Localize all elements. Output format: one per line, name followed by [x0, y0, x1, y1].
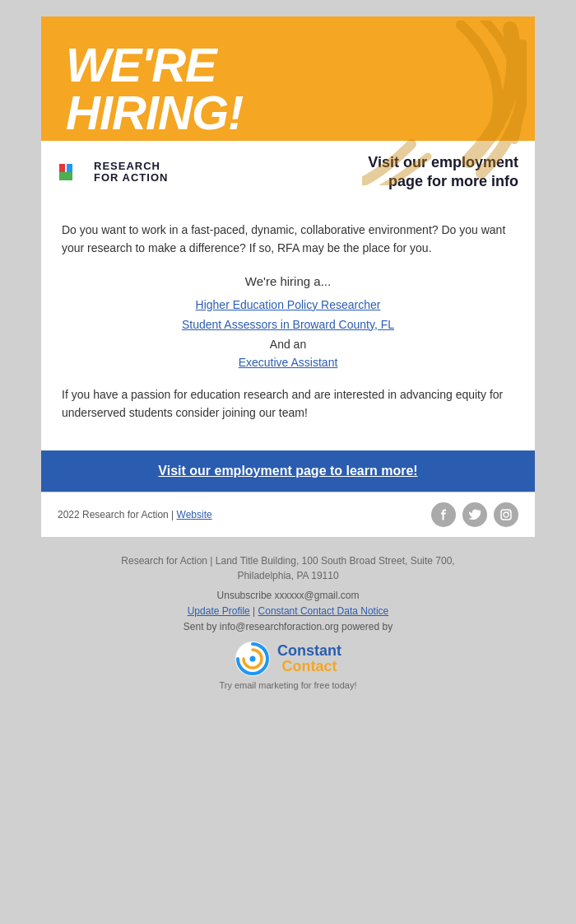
- social-icons: [431, 502, 518, 527]
- svg-point-8: [504, 512, 509, 517]
- rfa-logo: RESEARCH FOR ACTION: [58, 157, 168, 187]
- logo-line2: FOR ACTION: [94, 172, 168, 184]
- data-notice-link[interactable]: Constant Contact Data Notice: [258, 605, 389, 617]
- job2-link[interactable]: Student Assessors in Broward County, FL: [62, 318, 514, 331]
- cc-contact: Contact: [277, 659, 341, 675]
- logo-line1: RESEARCH: [94, 161, 168, 172]
- cc-logo-wrap: Constant Contact Try email marketing for…: [66, 641, 510, 690]
- cc-icon: [235, 641, 271, 677]
- passion-text: If you have a passion for education rese…: [62, 385, 514, 422]
- job3-link[interactable]: Executive Assistant: [62, 356, 514, 369]
- svg-marker-4: [59, 164, 65, 172]
- instagram-icon[interactable]: [494, 502, 518, 527]
- cc-tagline: Try email marketing for free today!: [219, 680, 356, 690]
- update-profile-link[interactable]: Update Profile: [188, 605, 250, 617]
- twitter-icon[interactable]: [462, 502, 487, 527]
- intro-text: Do you want to work in a fast-paced, dyn…: [62, 221, 514, 258]
- job1-link[interactable]: Higher Education Policy Researcher: [62, 298, 514, 311]
- email-container: WE'RE HIRING!: [41, 16, 535, 537]
- cta-button[interactable]: Visit our employment page to learn more!: [158, 464, 417, 478]
- cta-button-wrap[interactable]: Visit our employment page to learn more!: [41, 450, 535, 492]
- svg-marker-5: [67, 164, 72, 172]
- svg-point-11: [250, 656, 256, 662]
- svg-point-9: [509, 511, 510, 513]
- footer-links: Update Profile | Constant Contact Data N…: [66, 605, 510, 617]
- cc-name: Constant Contact: [277, 643, 341, 676]
- hiring-label: We're hiring a...: [62, 274, 514, 288]
- svg-marker-6: [59, 173, 72, 180]
- hero-banner: WE'RE HIRING!: [41, 16, 535, 204]
- footer-website-link[interactable]: Website: [177, 509, 212, 520]
- rfa-logo-icon: [58, 157, 87, 187]
- rfa-logo-text: RESEARCH FOR ACTION: [94, 161, 168, 184]
- cc-logo: Constant Contact: [235, 641, 341, 677]
- email-footer: 2022 Research for Action | Website: [41, 492, 535, 537]
- footer-copyright: 2022 Research for Action | Website: [58, 509, 212, 520]
- below-footer: Research for Action | Land Title Buildin…: [41, 537, 535, 707]
- and-an-text: And an: [62, 338, 514, 351]
- unsubscribe-text: Unsubscribe xxxxxx@gmail.com: [66, 590, 510, 601]
- outer-wrapper: WE'RE HIRING!: [0, 0, 576, 723]
- hero-title-line1: WE'RE: [66, 41, 510, 89]
- facebook-icon[interactable]: [431, 502, 456, 527]
- svg-rect-7: [501, 510, 511, 520]
- body-content: Do you want to work in a fast-paced, dyn…: [41, 204, 535, 451]
- hero-top: WE'RE HIRING!: [41, 16, 535, 137]
- sent-by-text: Sent by info@researchforaction.org power…: [66, 621, 510, 632]
- hero-title-line2: HIRING!: [66, 89, 510, 137]
- cc-constant: Constant: [277, 643, 341, 660]
- org-address: Research for Action | Land Title Buildin…: [66, 553, 510, 583]
